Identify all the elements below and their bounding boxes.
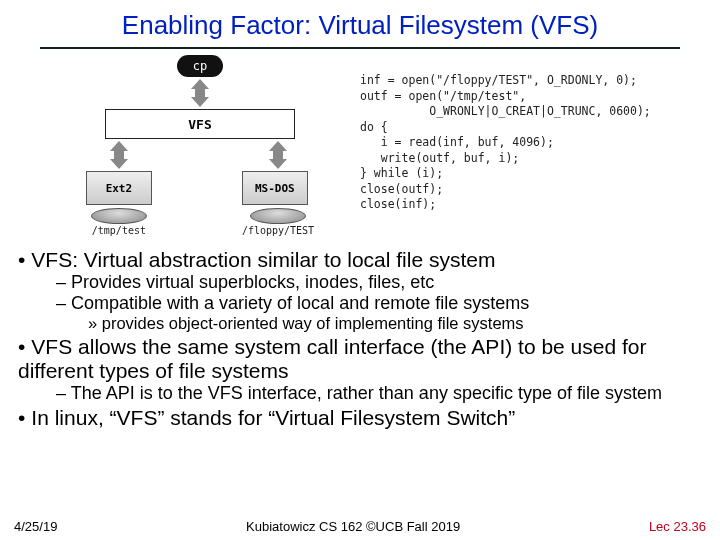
bullet-text: In linux, “VFS” stands for “Virtual File… <box>31 406 515 429</box>
cp-process-bubble: cp <box>177 55 223 77</box>
double-arrow-icon <box>109 141 129 169</box>
footer-date: 4/25/19 <box>14 519 57 534</box>
fs-box-ext2: Ext2 <box>86 171 152 205</box>
code-snippet: inf = open("/floppy/TEST", O_RDONLY, 0);… <box>360 55 651 236</box>
fs-box-msdos: MS-DOS <box>242 171 308 205</box>
path-label: /floppy/TEST <box>242 225 314 236</box>
fs-column-right: MS-DOS /floppy/TEST <box>242 139 314 236</box>
path-label: /tmp/test <box>86 225 152 236</box>
disk-icon <box>250 208 306 224</box>
slide-title: Enabling Factor: Virtual Filesystem (VFS… <box>40 0 680 49</box>
vfs-layer-box: VFS <box>105 109 295 139</box>
bullet-oo: » provides object-oriented way of implem… <box>88 314 702 333</box>
bullet-vfs-abstraction: •VFS: Virtual abstraction similar to loc… <box>18 248 702 272</box>
bullet-superblocks: – Provides virtual superblocks, inodes, … <box>56 272 702 293</box>
double-arrow-icon <box>190 79 210 107</box>
footer-lecture-number: Lec 23.36 <box>649 519 706 534</box>
vfs-diagram: cp VFS Ext2 /tmp/test MS-DOS /floppy/TES… <box>60 55 340 236</box>
bullet-list: •VFS: Virtual abstraction similar to loc… <box>0 242 720 430</box>
bullet-text: VFS: Virtual abstraction similar to loca… <box>31 248 495 271</box>
footer-course: Kubiatowicz CS 162 ©UCB Fall 2019 <box>246 519 460 534</box>
fs-column-left: Ext2 /tmp/test <box>86 139 152 236</box>
bullet-api: •VFS allows the same system call interfa… <box>18 335 702 383</box>
bullet-text: VFS allows the same system call interfac… <box>18 335 646 382</box>
bullet-linux-switch: •In linux, “VFS” stands for “Virtual Fil… <box>18 406 702 430</box>
double-arrow-icon <box>268 141 288 169</box>
slide-footer: 4/25/19 Kubiatowicz CS 162 ©UCB Fall 201… <box>0 519 720 534</box>
disk-icon <box>91 208 147 224</box>
bullet-api-vfs: – The API is to the VFS interface, rathe… <box>56 383 702 404</box>
upper-region: cp VFS Ext2 /tmp/test MS-DOS /floppy/TES… <box>0 49 720 242</box>
bullet-compatible: – Compatible with a variety of local and… <box>56 293 702 314</box>
